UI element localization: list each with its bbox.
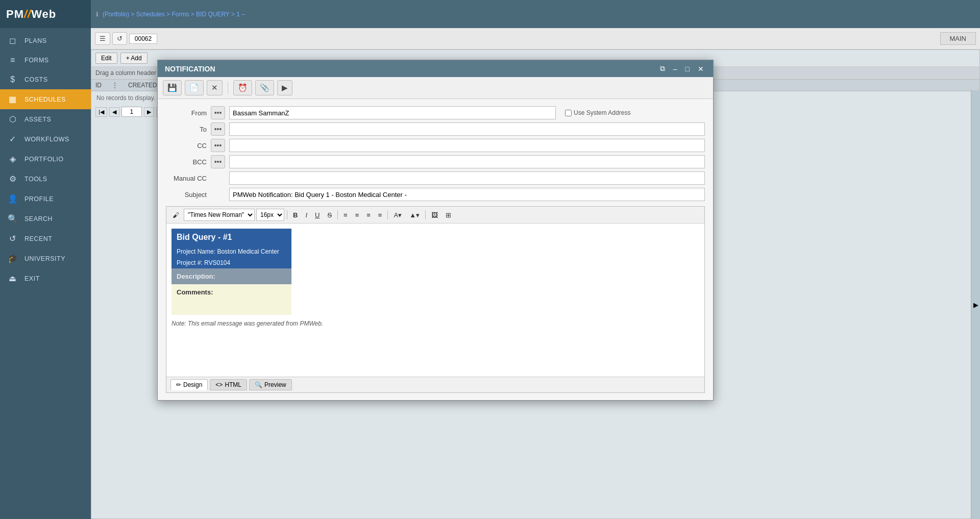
font-color-button[interactable]: A▾ <box>390 210 405 220</box>
strikethrough-button[interactable]: S <box>324 210 335 220</box>
sidebar-item-tools[interactable]: ⚙ TOOLS <box>0 169 91 189</box>
sidebar-item-recent[interactable]: ↺ RECENT <box>0 229 91 249</box>
content-wrapper: Edit + Add Drag a column header and... I… <box>91 50 980 519</box>
edit-button[interactable]: Edit <box>95 53 117 64</box>
from-label: From <box>166 109 207 117</box>
html-tab-label: HTML <box>225 381 241 388</box>
sidebar-item-label: TOOLS <box>24 176 47 183</box>
comments-cell: Comments: <box>172 284 291 315</box>
rte-paint-button[interactable]: 🖌 <box>169 210 182 220</box>
modal-close-button[interactable]: ✕ <box>696 64 706 73</box>
align-justify-button[interactable]: ≡ <box>375 210 385 220</box>
to-input[interactable] <box>229 122 705 136</box>
send-button[interactable]: ▶ <box>277 80 292 95</box>
underline-button[interactable]: U <box>312 210 323 220</box>
html-tab[interactable]: <> HTML <box>210 379 247 390</box>
undo-icon: ↺ <box>117 35 122 42</box>
sidebar-item-portfolio[interactable]: ◈ PORTFOLIO <box>0 149 91 169</box>
sidebar-item-label: SEARCH <box>24 215 53 223</box>
portfolio-link[interactable]: (Portfolio) > Schedules > Forms > BID QU… <box>103 11 245 18</box>
sidebar-item-label: PROFILE <box>24 195 54 203</box>
modal-toolbar: 💾 📄 ✕ ⏰ 📎 ▶ <box>158 77 713 99</box>
modal-maximize-button[interactable]: □ <box>683 64 692 73</box>
modal-restore-button[interactable]: ⧉ <box>658 64 667 73</box>
bcc-row: BCC ••• <box>166 155 705 168</box>
top-bar: ℹ (Portfolio) > Schedules > Forms > BID … <box>91 0 980 28</box>
to-row: To ••• <box>166 122 705 136</box>
modal-minimize-button[interactable]: – <box>671 64 679 73</box>
sidebar-item-schedules[interactable]: ▦ SCHEDULES <box>0 89 91 109</box>
main-tab[interactable]: MAIN <box>940 32 976 45</box>
font-size-select[interactable]: 16px <box>256 209 284 221</box>
toolbar-separator <box>228 82 228 94</box>
sidebar-item-label: RECENT <box>24 235 52 242</box>
sidebar-item-label: FORMS <box>24 57 49 64</box>
modal-body: From ••• Use System Address To ••• <box>158 99 713 400</box>
design-tab[interactable]: ✏ Design <box>170 379 208 390</box>
bold-button[interactable]: B <box>290 210 301 220</box>
from-dots-button[interactable]: ••• <box>211 106 225 119</box>
subject-input[interactable] <box>229 188 705 201</box>
align-left-button[interactable]: ≡ <box>340 210 351 220</box>
alarm-button[interactable]: ⏰ <box>233 80 252 95</box>
main-area: ℹ (Portfolio) > Schedules > Forms > BID … <box>91 0 980 519</box>
use-system-address-label: Use System Address <box>574 109 630 116</box>
cc-input[interactable] <box>229 139 705 152</box>
rte-toolbar: 🖌 "Times New Roman" 16px B I U S <box>166 207 704 224</box>
sidebar-item-plans[interactable]: ◻ PLANS <box>0 31 91 51</box>
project-number-cell: Project #: RVS0104 <box>172 257 291 268</box>
cc-dots-button[interactable]: ••• <box>211 139 225 152</box>
sidebar-item-exit[interactable]: ⏏ EXIT <box>0 268 91 288</box>
to-dots-button[interactable]: ••• <box>211 122 225 136</box>
sidebar-item-university[interactable]: 🎓 UNIVERSITY <box>0 249 91 268</box>
id-column-header: ID <box>95 82 102 89</box>
use-system-address-checkbox[interactable] <box>565 110 572 116</box>
sidebar-item-costs[interactable]: $ COSTS <box>0 70 91 89</box>
exit-icon: ⏏ <box>7 274 18 283</box>
sidebar-item-assets[interactable]: ⬡ ASSETS <box>0 109 91 129</box>
prev-page-button[interactable]: ◀ <box>109 107 119 117</box>
preview-tab-icon: 🔍 <box>255 381 262 388</box>
html-tab-icon: <> <box>215 381 223 388</box>
first-page-button[interactable]: |◀ <box>95 107 107 117</box>
sidebar-item-search[interactable]: 🔍 SEARCH <box>0 209 91 229</box>
font-family-select[interactable]: "Times New Roman" <box>184 209 255 221</box>
save-button[interactable]: 💾 <box>163 80 182 95</box>
plans-icon: ◻ <box>7 36 18 45</box>
sidebar-item-profile[interactable]: 👤 PROFILE <box>0 189 91 209</box>
attach-button[interactable]: 📎 <box>255 80 274 95</box>
university-icon: 🎓 <box>7 254 18 263</box>
align-right-button[interactable]: ≡ <box>363 210 374 220</box>
sidebar-item-label: WORKFLOWS <box>24 136 69 143</box>
rte-separator <box>287 210 287 219</box>
project-name-label: Project Name: <box>177 248 215 255</box>
rte-content[interactable]: Bid Query - #1 Project Name: Boston Medi… <box>166 224 704 377</box>
image-button[interactable]: 🖼 <box>428 210 441 220</box>
copy-button[interactable]: 📄 <box>185 80 204 95</box>
table-button[interactable]: ⊞ <box>443 210 454 220</box>
bcc-dots-button[interactable]: ••• <box>211 155 225 168</box>
email-body-table: Bid Query - #1 Project Name: Boston Medi… <box>172 229 291 315</box>
next-page-button[interactable]: ▶ <box>144 107 154 117</box>
sidebar-item-forms[interactable]: ≡ FORMS <box>0 51 91 70</box>
record-id-input[interactable] <box>129 34 157 44</box>
manual-cc-input[interactable] <box>229 171 705 185</box>
from-input[interactable] <box>229 106 556 119</box>
sidebar-item-label: UNIVERSITY <box>24 255 65 262</box>
sidebar-item-label: SCHEDULES <box>24 96 66 103</box>
cancel-button[interactable]: ✕ <box>207 80 223 95</box>
page-number-input[interactable] <box>121 107 142 117</box>
list-view-button[interactable]: ☰ <box>95 32 110 45</box>
sidebar: PM//Web ◻ PLANS ≡ FORMS $ COSTS ▦ SCHEDU… <box>0 0 91 519</box>
add-button[interactable]: + Add <box>120 53 148 64</box>
undo-button[interactable]: ↺ <box>112 32 127 45</box>
scroll-arrow-right[interactable]: ▶ <box>971 90 980 519</box>
bcc-input[interactable] <box>229 155 705 168</box>
portfolio-icon: ◈ <box>7 154 18 164</box>
sidebar-item-workflows[interactable]: ✓ WORKFLOWS <box>0 129 91 149</box>
align-center-button[interactable]: ≡ <box>352 210 362 220</box>
highlight-button[interactable]: ▲▾ <box>406 210 423 220</box>
italic-button[interactable]: I <box>302 210 310 220</box>
costs-icon: $ <box>7 75 18 84</box>
preview-tab[interactable]: 🔍 Preview <box>249 379 292 390</box>
